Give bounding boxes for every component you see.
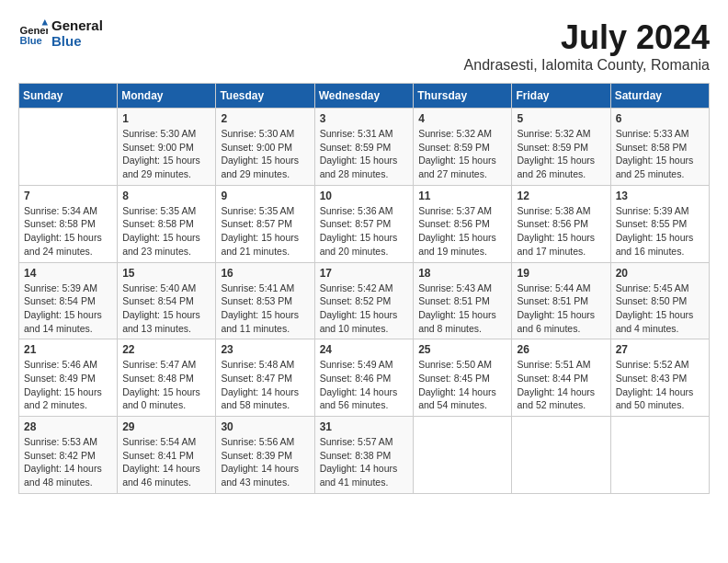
- day-number: 13: [616, 190, 704, 202]
- calendar-cell: 24Sunrise: 5:49 AM Sunset: 8:46 PM Dayli…: [314, 339, 414, 417]
- day-number: 15: [122, 267, 210, 280]
- calendar-cell: 4Sunrise: 5:32 AM Sunset: 8:59 PM Daylig…: [414, 109, 512, 186]
- day-info: Sunrise: 5:33 AM Sunset: 8:58 PM Dayligh…: [616, 127, 704, 181]
- calendar-week-row: 7Sunrise: 5:34 AM Sunset: 8:58 PM Daylig…: [19, 185, 710, 262]
- calendar-cell: 10Sunrise: 5:36 AM Sunset: 8:57 PM Dayli…: [314, 185, 414, 262]
- calendar-cell: 5Sunrise: 5:32 AM Sunset: 8:59 PM Daylig…: [512, 109, 610, 186]
- calendar-header-row: SundayMondayTuesdayWednesdayThursdayFrid…: [19, 84, 710, 109]
- day-number: 17: [320, 267, 409, 280]
- calendar-cell: 25Sunrise: 5:50 AM Sunset: 8:45 PM Dayli…: [414, 339, 512, 417]
- calendar-cell: 6Sunrise: 5:33 AM Sunset: 8:58 PM Daylig…: [610, 109, 709, 186]
- logo-icon: General Blue: [18, 19, 48, 49]
- day-info: Sunrise: 5:39 AM Sunset: 8:54 PM Dayligh…: [24, 282, 112, 336]
- column-header-monday: Monday: [118, 84, 216, 109]
- calendar-cell: 3Sunrise: 5:31 AM Sunset: 8:59 PM Daylig…: [314, 109, 414, 186]
- calendar-week-row: 1Sunrise: 5:30 AM Sunset: 9:00 PM Daylig…: [19, 109, 710, 186]
- day-info: Sunrise: 5:49 AM Sunset: 8:46 PM Dayligh…: [320, 358, 409, 412]
- day-info: Sunrise: 5:51 AM Sunset: 8:44 PM Dayligh…: [517, 358, 605, 412]
- day-number: 22: [122, 343, 210, 356]
- day-number: 4: [418, 112, 506, 125]
- day-number: 26: [517, 343, 605, 356]
- day-number: 31: [320, 420, 409, 433]
- day-info: Sunrise: 5:38 AM Sunset: 8:56 PM Dayligh…: [517, 204, 605, 259]
- calendar-cell: 22Sunrise: 5:47 AM Sunset: 8:48 PM Dayli…: [118, 339, 216, 417]
- day-info: Sunrise: 5:57 AM Sunset: 8:38 PM Dayligh…: [320, 435, 409, 489]
- day-number: 12: [517, 190, 605, 202]
- day-number: 7: [24, 190, 112, 202]
- day-number: 20: [616, 267, 704, 280]
- day-info: Sunrise: 5:30 AM Sunset: 9:00 PM Dayligh…: [221, 127, 309, 181]
- day-info: Sunrise: 5:43 AM Sunset: 8:51 PM Dayligh…: [418, 282, 506, 336]
- day-number: 29: [122, 420, 210, 433]
- svg-text:Blue: Blue: [20, 35, 42, 46]
- day-info: Sunrise: 5:45 AM Sunset: 8:50 PM Dayligh…: [616, 282, 704, 336]
- day-info: Sunrise: 5:50 AM Sunset: 8:45 PM Dayligh…: [418, 358, 506, 412]
- day-number: 9: [221, 190, 309, 202]
- svg-text:General: General: [20, 25, 48, 36]
- svg-marker-2: [42, 19, 48, 25]
- calendar-cell: 18Sunrise: 5:43 AM Sunset: 8:51 PM Dayli…: [414, 262, 512, 339]
- calendar-cell: 11Sunrise: 5:37 AM Sunset: 8:56 PM Dayli…: [414, 185, 512, 262]
- day-number: 21: [24, 343, 112, 356]
- day-info: Sunrise: 5:37 AM Sunset: 8:56 PM Dayligh…: [418, 204, 506, 259]
- calendar-cell: 1Sunrise: 5:30 AM Sunset: 9:00 PM Daylig…: [118, 109, 216, 186]
- month-title: July 2024: [464, 18, 710, 57]
- day-info: Sunrise: 5:46 AM Sunset: 8:49 PM Dayligh…: [24, 358, 112, 412]
- calendar-cell: 16Sunrise: 5:41 AM Sunset: 8:53 PM Dayli…: [216, 262, 314, 339]
- day-info: Sunrise: 5:34 AM Sunset: 8:58 PM Dayligh…: [24, 204, 112, 259]
- calendar-cell: 7Sunrise: 5:34 AM Sunset: 8:58 PM Daylig…: [19, 185, 118, 262]
- title-block: July 2024 Andrasesti, Ialomita County, R…: [464, 18, 710, 74]
- day-number: 19: [517, 267, 605, 280]
- calendar-cell: 23Sunrise: 5:48 AM Sunset: 8:47 PM Dayli…: [216, 339, 314, 417]
- logo-line2: Blue: [51, 34, 103, 50]
- calendar-cell: [610, 417, 709, 494]
- day-number: 6: [616, 112, 704, 125]
- calendar-cell: 15Sunrise: 5:40 AM Sunset: 8:54 PM Dayli…: [118, 262, 216, 339]
- location-title: Andrasesti, Ialomita County, Romania: [464, 57, 710, 74]
- column-header-sunday: Sunday: [19, 84, 118, 109]
- calendar-week-row: 14Sunrise: 5:39 AM Sunset: 8:54 PM Dayli…: [19, 262, 710, 339]
- day-info: Sunrise: 5:32 AM Sunset: 8:59 PM Dayligh…: [517, 127, 605, 181]
- calendar-cell: 17Sunrise: 5:42 AM Sunset: 8:52 PM Dayli…: [314, 262, 414, 339]
- page-header: General Blue General Blue July 2024 Andr…: [18, 18, 710, 74]
- calendar-cell: 20Sunrise: 5:45 AM Sunset: 8:50 PM Dayli…: [610, 262, 709, 339]
- day-number: 25: [418, 343, 506, 356]
- calendar-cell: 28Sunrise: 5:53 AM Sunset: 8:42 PM Dayli…: [19, 417, 118, 494]
- calendar-cell: 21Sunrise: 5:46 AM Sunset: 8:49 PM Dayli…: [19, 339, 118, 417]
- calendar-cell: 12Sunrise: 5:38 AM Sunset: 8:56 PM Dayli…: [512, 185, 610, 262]
- day-number: 27: [616, 343, 704, 356]
- calendar-cell: 27Sunrise: 5:52 AM Sunset: 8:43 PM Dayli…: [610, 339, 709, 417]
- day-info: Sunrise: 5:41 AM Sunset: 8:53 PM Dayligh…: [221, 282, 309, 336]
- calendar-cell: [512, 417, 610, 494]
- day-info: Sunrise: 5:54 AM Sunset: 8:41 PM Dayligh…: [122, 435, 210, 489]
- day-number: 1: [122, 112, 210, 125]
- column-header-tuesday: Tuesday: [216, 84, 314, 109]
- day-number: 10: [320, 190, 409, 202]
- day-info: Sunrise: 5:44 AM Sunset: 8:51 PM Dayligh…: [517, 282, 605, 336]
- day-info: Sunrise: 5:35 AM Sunset: 8:57 PM Dayligh…: [221, 204, 309, 259]
- calendar-cell: 31Sunrise: 5:57 AM Sunset: 8:38 PM Dayli…: [314, 417, 414, 494]
- column-header-friday: Friday: [512, 84, 610, 109]
- day-number: 28: [24, 420, 112, 433]
- calendar-cell: 14Sunrise: 5:39 AM Sunset: 8:54 PM Dayli…: [19, 262, 118, 339]
- day-info: Sunrise: 5:40 AM Sunset: 8:54 PM Dayligh…: [122, 282, 210, 336]
- calendar-week-row: 21Sunrise: 5:46 AM Sunset: 8:49 PM Dayli…: [19, 339, 710, 417]
- day-number: 5: [517, 112, 605, 125]
- calendar-cell: 9Sunrise: 5:35 AM Sunset: 8:57 PM Daylig…: [216, 185, 314, 262]
- calendar-cell: 26Sunrise: 5:51 AM Sunset: 8:44 PM Dayli…: [512, 339, 610, 417]
- day-number: 14: [24, 267, 112, 280]
- day-info: Sunrise: 5:52 AM Sunset: 8:43 PM Dayligh…: [616, 358, 704, 412]
- day-number: 8: [122, 190, 210, 202]
- column-header-thursday: Thursday: [414, 84, 512, 109]
- calendar-week-row: 28Sunrise: 5:53 AM Sunset: 8:42 PM Dayli…: [19, 417, 710, 494]
- calendar-cell: 19Sunrise: 5:44 AM Sunset: 8:51 PM Dayli…: [512, 262, 610, 339]
- calendar-cell: 13Sunrise: 5:39 AM Sunset: 8:55 PM Dayli…: [610, 185, 709, 262]
- day-number: 16: [221, 267, 309, 280]
- day-info: Sunrise: 5:53 AM Sunset: 8:42 PM Dayligh…: [24, 435, 112, 489]
- calendar-table: SundayMondayTuesdayWednesdayThursdayFrid…: [18, 83, 710, 494]
- day-info: Sunrise: 5:35 AM Sunset: 8:58 PM Dayligh…: [122, 204, 210, 259]
- day-info: Sunrise: 5:32 AM Sunset: 8:59 PM Dayligh…: [418, 127, 506, 181]
- column-header-wednesday: Wednesday: [314, 84, 414, 109]
- calendar-cell: [414, 417, 512, 494]
- day-info: Sunrise: 5:56 AM Sunset: 8:39 PM Dayligh…: [221, 435, 309, 489]
